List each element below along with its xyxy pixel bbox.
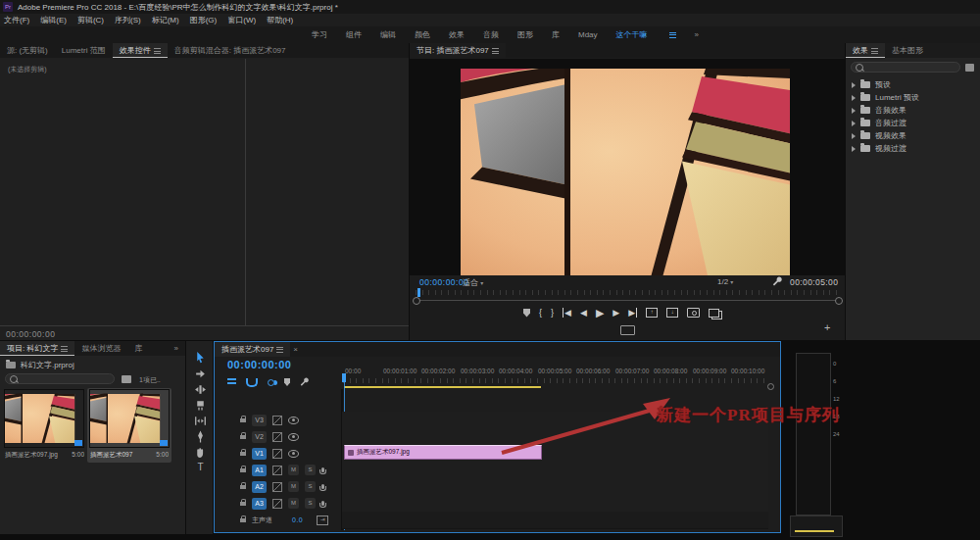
twirl-right-icon[interactable] [852, 121, 856, 126]
tab-program-monitor[interactable]: 节目: 插画派艺术097 [410, 43, 506, 58]
program-playhead[interactable] [417, 288, 420, 297]
pen-tool[interactable] [194, 430, 207, 443]
menu-help[interactable]: 帮助(H) [267, 15, 293, 25]
project-item-thumbnail[interactable] [5, 390, 83, 447]
menu-file[interactable]: 文件(F) [4, 15, 29, 25]
lock-icon[interactable] [240, 435, 246, 439]
solo-button[interactable]: S [305, 498, 316, 509]
tab-libraries[interactable]: 库 [127, 341, 149, 356]
workspace-assembly[interactable]: 组件 [346, 29, 362, 40]
lift-icon[interactable]: ↑ [646, 308, 658, 318]
workspace-menu-icon[interactable] [669, 32, 676, 38]
effects-bin-row[interactable]: Lumetri 预设 [846, 91, 980, 104]
audio-track-lane[interactable] [342, 462, 768, 479]
program-zoom-scrollbar[interactable] [415, 300, 840, 301]
project-search-input[interactable] [5, 373, 115, 384]
tab-lumetri-scopes[interactable]: Lumetri 范围 [55, 43, 113, 58]
new-custom-bin-icon[interactable] [965, 64, 974, 72]
project-filter-button[interactable] [122, 375, 131, 383]
track-target-a3[interactable]: A3 [252, 498, 267, 510]
voiceover-record-icon[interactable] [321, 501, 324, 506]
sync-lock-icon[interactable] [272, 482, 282, 492]
slip-tool[interactable] [194, 415, 207, 427]
lock-icon[interactable] [240, 468, 246, 472]
workspace-effects[interactable]: 效果 [449, 29, 465, 40]
work-area-bar[interactable] [344, 386, 541, 388]
solo-button[interactable]: S [305, 481, 316, 492]
panel-menu-icon[interactable] [492, 48, 499, 54]
toggle-track-output-icon[interactable] [288, 433, 299, 441]
effects-search-input[interactable] [851, 62, 960, 73]
lock-icon[interactable] [240, 452, 246, 456]
workspace-color[interactable]: 颜色 [415, 29, 430, 40]
project-breadcrumb[interactable]: 科幻文字.prproj [6, 360, 74, 370]
timeline-timecode[interactable]: 00:00:00:00 [227, 359, 291, 370]
menu-window[interactable]: 窗口(W) [227, 15, 256, 25]
scrollbar-handle-left[interactable] [413, 297, 420, 305]
voiceover-record-icon[interactable] [321, 484, 324, 489]
mark-in-icon[interactable]: { [539, 308, 542, 318]
lock-icon[interactable] [240, 518, 246, 522]
razor-tool[interactable] [194, 399, 207, 412]
snap-icon[interactable] [246, 378, 258, 387]
mark-out-icon[interactable]: } [551, 308, 554, 318]
tab-essential-graphics[interactable]: 基本图形 [885, 43, 930, 58]
program-fit-dropdown[interactable]: 适合 ▾ [463, 277, 483, 288]
project-item-name[interactable]: 插画派艺术097.jpg [5, 451, 66, 460]
playhead-marker[interactable] [342, 373, 346, 382]
play-button-icon[interactable]: ▶ [596, 308, 604, 318]
linked-selection-icon[interactable] [268, 379, 274, 386]
ruler-end-handle[interactable] [767, 383, 774, 390]
insert-nest-icon[interactable] [227, 378, 236, 386]
track-target-v2[interactable]: V2 [252, 431, 267, 443]
panel-menu-icon[interactable] [61, 346, 68, 352]
effects-bin-row[interactable]: 音频效果 [846, 104, 980, 117]
menu-marker[interactable]: 标记(M) [152, 15, 179, 25]
lock-icon[interactable] [240, 485, 246, 489]
goto-out-icon[interactable]: ▶ [628, 308, 637, 318]
tab-effect-controls[interactable]: 效果控件 [113, 43, 168, 58]
add-marker-icon[interactable] [523, 309, 530, 318]
sync-lock-icon[interactable] [272, 466, 282, 475]
ripple-edit-tool[interactable] [194, 383, 207, 396]
mute-button[interactable]: M [288, 481, 299, 492]
comparison-view-icon[interactable] [709, 309, 719, 318]
tab-timeline-sequence[interactable]: 插画派艺术097 [215, 342, 290, 357]
add-button-icon[interactable]: + [824, 321, 830, 333]
track-select-tool[interactable] [194, 368, 207, 380]
sync-lock-icon[interactable] [272, 432, 282, 442]
audio-track-lane[interactable] [342, 495, 768, 513]
mute-button[interactable]: M [288, 498, 299, 509]
workspace-active[interactable]: 这个干嘛 [616, 29, 648, 40]
track-target-v3[interactable]: V3 [252, 415, 267, 426]
timeline-settings-wrench-icon[interactable] [300, 377, 310, 387]
step-back-icon[interactable]: ◀ [580, 308, 587, 318]
workspace-overflow-icon[interactable]: » [695, 30, 699, 39]
twirl-right-icon[interactable] [852, 95, 856, 101]
voiceover-record-icon[interactable] [321, 467, 324, 472]
twirl-right-icon[interactable] [852, 133, 856, 139]
tab-media-browser[interactable]: 媒体浏览器 [74, 341, 127, 356]
workspace-libraries[interactable]: 库 [552, 29, 560, 40]
project-item-thumbnail[interactable] [90, 390, 169, 447]
track-target-v1[interactable]: V1 [252, 448, 267, 460]
add-marker-icon[interactable] [284, 378, 290, 386]
export-frame-icon[interactable] [687, 308, 700, 318]
audio-track-lane[interactable] [342, 478, 768, 496]
twirl-right-icon[interactable] [852, 146, 856, 152]
button-editor-icon[interactable] [620, 325, 635, 335]
extract-icon[interactable]: ↓ [666, 308, 678, 318]
goto-in-icon[interactable]: ◀ [563, 308, 571, 318]
panel-menu-icon[interactable] [276, 347, 283, 353]
menu-edit[interactable]: 编辑(E) [40, 15, 67, 25]
panel-menu-icon[interactable] [154, 48, 161, 54]
track-target-a1[interactable]: A1 [252, 465, 267, 476]
tab-source-monitor[interactable]: 源: (无剪辑) [0, 43, 55, 58]
track-target-a2[interactable]: A2 [252, 481, 267, 493]
program-settings-wrench-icon[interactable] [772, 276, 783, 287]
effects-bin-row[interactable]: 视频过渡 [846, 142, 980, 155]
timeline-ruler[interactable]: 00:00 00:00:01:00 00:00:02:00 00:00:03:0… [343, 368, 770, 385]
toggle-track-output-icon[interactable] [288, 417, 299, 424]
workspace-graphics[interactable]: 图形 [517, 29, 533, 40]
program-timecode[interactable]: 00:00:00:00 [419, 277, 468, 287]
